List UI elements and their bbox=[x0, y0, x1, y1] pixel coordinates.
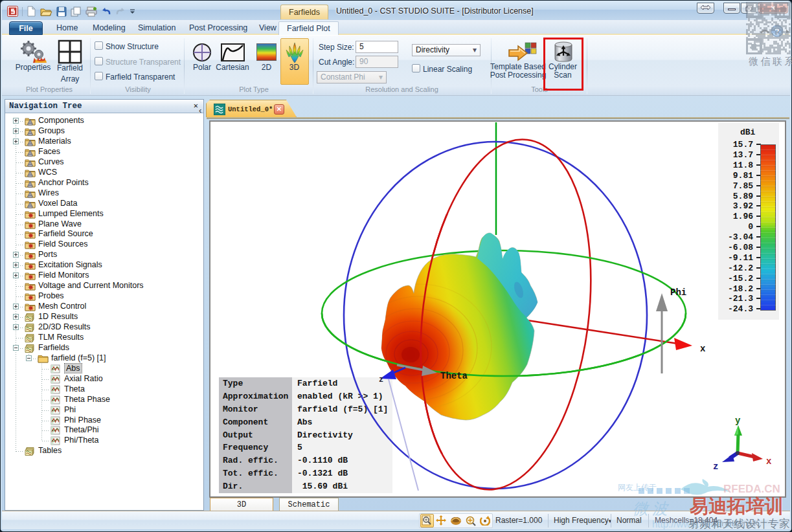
svg-text:y: y bbox=[735, 416, 741, 426]
svg-text:Theta: Theta bbox=[440, 371, 468, 381]
svg-text:Phi: Phi bbox=[670, 287, 686, 298]
svg-text:z: z bbox=[713, 461, 718, 472]
svg-text:x: x bbox=[700, 344, 706, 354]
svg-text:x: x bbox=[766, 456, 772, 467]
